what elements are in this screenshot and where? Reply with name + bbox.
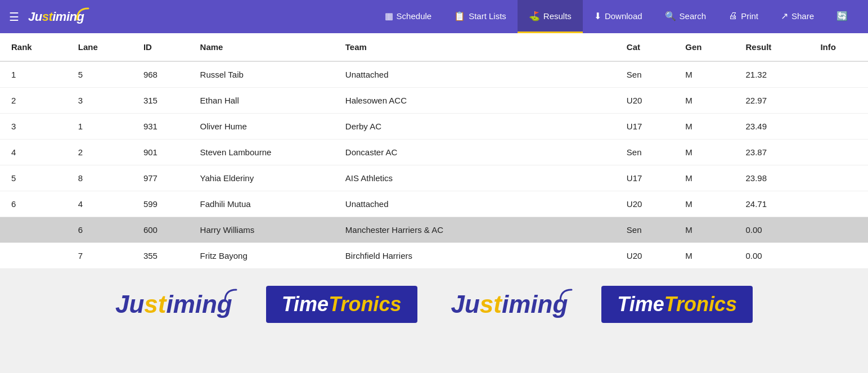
col-gen: Gen bbox=[674, 33, 734, 61]
nav-print[interactable]: 🖨 Print bbox=[717, 0, 770, 33]
cell-team: Birchfield Harriers bbox=[334, 243, 615, 269]
cell-cat: U20 bbox=[615, 88, 674, 114]
nav-download[interactable]: ⬇ Download bbox=[583, 0, 654, 33]
header-nav: ▦ Schedule 📋 Start Lists ⛳ Results ⬇ Dow… bbox=[374, 0, 859, 33]
cell-info bbox=[809, 243, 868, 269]
footer-logo-timetronics-1: TimeTronics bbox=[266, 286, 417, 323]
col-result: Result bbox=[734, 33, 809, 61]
footer-logo-arc-icon-1 bbox=[223, 288, 238, 303]
nav-search[interactable]: 🔍 Search bbox=[654, 0, 718, 33]
cell-id: 977 bbox=[132, 165, 189, 191]
cell-gen: M bbox=[674, 165, 734, 191]
table-row: 23315Ethan HallHalesowen ACCU20M22.97 bbox=[0, 88, 868, 114]
cell-result: 23.87 bbox=[734, 140, 809, 165]
cell-team: Unattached bbox=[334, 61, 615, 88]
table-row: 58977Yahia ElderinyAIS AthleticsU17M23.9… bbox=[0, 165, 868, 191]
col-id: ID bbox=[132, 33, 189, 61]
results-table: Rank Lane ID Name Team Cat Gen Result In… bbox=[0, 33, 868, 269]
cell-lane: 5 bbox=[67, 61, 132, 88]
cell-name: Fritz Bayong bbox=[189, 243, 334, 269]
nav-schedule-label: Schedule bbox=[397, 11, 432, 21]
cell-result: 0.00 bbox=[734, 243, 809, 269]
cell-name: Yahia Elderiny bbox=[189, 165, 334, 191]
cell-result: 23.49 bbox=[734, 114, 809, 140]
cell-team: Unattached bbox=[334, 191, 615, 217]
table-row: 42901Steven LambourneDoncaster ACSenM23.… bbox=[0, 140, 868, 165]
cell-lane: 2 bbox=[67, 140, 132, 165]
cell-result: 22.97 bbox=[734, 88, 809, 114]
nav-share-label: Share bbox=[791, 11, 814, 21]
cell-rank: 1 bbox=[0, 61, 67, 88]
table-header-row: Rank Lane ID Name Team Cat Gen Result In… bbox=[0, 33, 868, 61]
cell-cat: Sen bbox=[615, 61, 674, 88]
nav-share[interactable]: ↗ Share bbox=[770, 0, 825, 33]
cell-id: 599 bbox=[132, 191, 189, 217]
cell-rank: 2 bbox=[0, 88, 67, 114]
cell-gen: M bbox=[674, 191, 734, 217]
cell-cat: U20 bbox=[615, 191, 674, 217]
cell-gen: M bbox=[674, 217, 734, 243]
cell-lane: 7 bbox=[67, 243, 132, 269]
table-row: 6600Harry WilliamsManchester Harriers & … bbox=[0, 217, 868, 243]
cell-team: AIS Athletics bbox=[334, 165, 615, 191]
cell-cat: U20 bbox=[615, 243, 674, 269]
cell-result: 24.71 bbox=[734, 191, 809, 217]
cell-info bbox=[809, 165, 868, 191]
cell-team: Doncaster AC bbox=[334, 140, 615, 165]
table-row: 15968Russel TaibUnattachedSenM21.32 bbox=[0, 61, 868, 88]
cell-rank: 5 bbox=[0, 165, 67, 191]
share-icon: ↗ bbox=[781, 11, 788, 21]
table-row: 64599Fadhili MutuaUnattachedU20M24.71 bbox=[0, 191, 868, 217]
nav-print-label: Print bbox=[741, 11, 758, 21]
cell-gen: M bbox=[674, 88, 734, 114]
menu-icon[interactable]: ☰ bbox=[9, 10, 19, 24]
cell-name: Ethan Hall bbox=[189, 88, 334, 114]
col-lane: Lane bbox=[67, 33, 132, 61]
cell-info bbox=[809, 61, 868, 88]
footer-logo-justiming-1: Justiming bbox=[115, 290, 232, 318]
cell-result: 21.32 bbox=[734, 61, 809, 88]
cell-gen: M bbox=[674, 114, 734, 140]
footer-logo-justiming-2: Justiming bbox=[451, 290, 568, 318]
nav-search-label: Search bbox=[680, 11, 707, 21]
cell-result: 0.00 bbox=[734, 217, 809, 243]
cell-team: Manchester Harriers & AC bbox=[334, 217, 615, 243]
cell-name: Harry Williams bbox=[189, 217, 334, 243]
col-team: Team bbox=[334, 33, 615, 61]
nav-results[interactable]: ⛳ Results bbox=[518, 0, 583, 33]
search-icon: 🔍 bbox=[665, 11, 676, 21]
nav-start-lists[interactable]: 📋 Start Lists bbox=[443, 0, 518, 33]
cell-rank: 6 bbox=[0, 191, 67, 217]
col-info: Info bbox=[809, 33, 868, 61]
cell-rank bbox=[0, 243, 67, 269]
cell-cat: U17 bbox=[615, 114, 674, 140]
nav-schedule[interactable]: ▦ Schedule bbox=[374, 0, 443, 33]
schedule-icon: ▦ bbox=[385, 11, 393, 21]
main-content: Rank Lane ID Name Team Cat Gen Result In… bbox=[0, 33, 868, 269]
cell-info bbox=[809, 88, 868, 114]
cell-lane: 1 bbox=[67, 114, 132, 140]
cell-name: Steven Lambourne bbox=[189, 140, 334, 165]
cell-id: 355 bbox=[132, 243, 189, 269]
cell-cat: Sen bbox=[615, 140, 674, 165]
cell-team: Halesowen ACC bbox=[334, 88, 615, 114]
cell-cat: Sen bbox=[615, 217, 674, 243]
cell-gen: M bbox=[674, 140, 734, 165]
cell-lane: 4 bbox=[67, 191, 132, 217]
cell-lane: 8 bbox=[67, 165, 132, 191]
cell-gen: M bbox=[674, 61, 734, 88]
cell-id: 600 bbox=[132, 217, 189, 243]
col-rank: Rank bbox=[0, 33, 67, 61]
cell-lane: 3 bbox=[67, 88, 132, 114]
cell-rank: 3 bbox=[0, 114, 67, 140]
startlists-icon: 📋 bbox=[454, 11, 465, 21]
footer: Justiming TimeTronics Justiming TimeTron… bbox=[0, 269, 868, 340]
logo-st: st bbox=[42, 10, 53, 24]
cell-id: 968 bbox=[132, 61, 189, 88]
cell-info bbox=[809, 140, 868, 165]
nav-refresh[interactable]: 🔄 bbox=[825, 0, 859, 33]
table-row: 7355Fritz BayongBirchfield HarriersU20M0… bbox=[0, 243, 868, 269]
footer-logo-timetronics-2: TimeTronics bbox=[601, 286, 753, 323]
cell-name: Russel Taib bbox=[189, 61, 334, 88]
nav-startlists-label: Start Lists bbox=[469, 11, 506, 21]
